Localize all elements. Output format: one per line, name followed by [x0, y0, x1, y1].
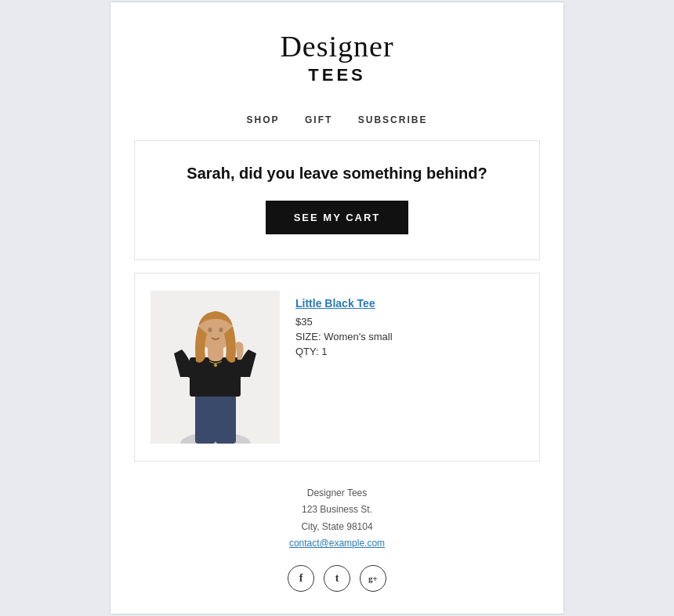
qty-value: 1: [321, 346, 327, 357]
twitter-icon[interactable]: t: [324, 565, 350, 592]
product-size: SIZE: Women's small: [295, 331, 393, 342]
footer-address: Designer Tees 123 Business St. City, Sta…: [126, 485, 548, 553]
navigation: SHOP GIFT SUBSCRIBE: [111, 101, 563, 140]
hero-headline: Sarah, did you leave something behind?: [150, 163, 524, 183]
nav-gift[interactable]: GIFT: [305, 114, 332, 125]
email-container: Designer TEES SHOP GIFT SUBSCRIBE Sarah,…: [110, 2, 564, 614]
svg-rect-2: [195, 393, 216, 444]
see-my-cart-button[interactable]: SEE MY CART: [266, 201, 409, 234]
size-label: SIZE:: [295, 331, 321, 342]
product-details: Little Black Tee $35 SIZE: Women's small…: [295, 291, 393, 357]
svg-point-7: [208, 328, 212, 332]
product-name-link[interactable]: Little Black Tee: [295, 297, 393, 310]
footer-email-link[interactable]: contact@example.com: [289, 538, 385, 549]
qty-label: QTY:: [295, 346, 319, 357]
footer-address1: 123 Business St.: [302, 504, 372, 515]
svg-point-9: [214, 364, 217, 367]
googleplus-icon[interactable]: g+: [360, 565, 386, 592]
social-icons: f t g+: [126, 565, 548, 592]
facebook-icon[interactable]: f: [288, 565, 314, 592]
size-value: Women's small: [324, 331, 392, 342]
hero-section: Sarah, did you leave something behind? S…: [134, 140, 540, 260]
svg-point-8: [219, 328, 223, 332]
footer-address2: City, State 98104: [301, 521, 372, 532]
brand-caps: TEES: [126, 65, 548, 85]
header: Designer TEES: [111, 2, 563, 101]
footer: Designer Tees 123 Business St. City, Sta…: [111, 462, 563, 614]
svg-rect-3: [216, 393, 236, 444]
product-image: [150, 291, 280, 444]
brand-script: Designer: [126, 31, 548, 63]
nav-shop[interactable]: SHOP: [247, 114, 280, 125]
product-price: $35: [295, 316, 393, 328]
product-qty: QTY: 1: [295, 346, 393, 357]
product-section: Little Black Tee $35 SIZE: Women's small…: [134, 273, 540, 462]
footer-company-name: Designer Tees: [307, 487, 368, 498]
nav-subscribe[interactable]: SUBSCRIBE: [358, 114, 428, 125]
